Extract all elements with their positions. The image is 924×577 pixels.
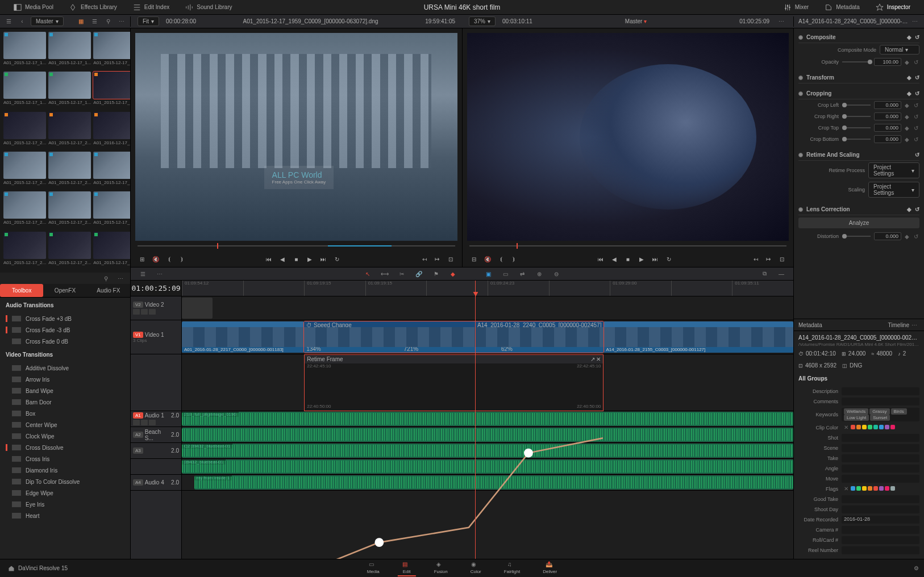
page-fairlight[interactable]: ♫Fairlight xyxy=(500,560,525,576)
clip-thumbnail[interactable] xyxy=(93,232,130,259)
composite-mode-dropdown[interactable]: Normal ▾ xyxy=(880,45,919,55)
keyword-tag[interactable]: Sunset xyxy=(870,415,890,421)
crop-right-field[interactable]: 0.000 xyxy=(874,112,901,120)
cropping-header[interactable]: Cropping◆↺ xyxy=(798,88,919,99)
lane-v2[interactable] xyxy=(182,296,793,320)
effect-item[interactable]: Clock Wipe xyxy=(0,430,130,442)
stop-icon[interactable]: ■ xyxy=(623,254,632,264)
flag-icon[interactable]: ⚑ xyxy=(431,269,441,279)
color-swatch[interactable] xyxy=(890,425,895,429)
options-icon[interactable]: ⋯ xyxy=(909,320,919,330)
clip-thumbnail[interactable] xyxy=(93,152,130,179)
reset-icon[interactable]: ↺ xyxy=(914,125,919,131)
reset-icon[interactable]: ↺ xyxy=(914,102,919,108)
source-display[interactable]: ALL PC World Free Apps One Click Away xyxy=(135,33,457,241)
ripple-delete-icon[interactable]: ⊖ xyxy=(551,269,561,279)
program-options-icon[interactable]: ⋯ xyxy=(776,16,786,27)
lock-icon[interactable] xyxy=(133,420,140,425)
reset-icon[interactable]: ↺ xyxy=(914,233,919,239)
disable-icon[interactable] xyxy=(149,309,156,315)
options-icon[interactable]: ⋯ xyxy=(115,273,126,283)
crop-bottom-slider[interactable] xyxy=(842,139,871,140)
stop-icon[interactable]: ■ xyxy=(292,254,301,264)
auto-select-icon[interactable] xyxy=(141,309,148,315)
effect-item[interactable]: Dip To Color Dissolve xyxy=(0,476,130,487)
match-frame-icon[interactable]: ⊞ xyxy=(138,254,147,264)
crop-bottom-field[interactable]: 0.000 xyxy=(874,135,901,143)
clip-thumbnail[interactable] xyxy=(93,72,130,99)
insert-icon[interactable]: ▣ xyxy=(483,269,493,279)
keyframe-icon[interactable]: ◆ xyxy=(907,34,911,40)
color-swatch[interactable] xyxy=(885,486,889,491)
page-edit[interactable]: ▤Edit xyxy=(398,560,416,576)
next-edit-icon[interactable]: ↦ xyxy=(764,254,773,264)
effect-item[interactable]: Cross Fade 0 dB xyxy=(0,336,130,347)
retime-close-icon[interactable]: ↗ ✕ xyxy=(590,356,601,362)
reset-icon[interactable]: ↺ xyxy=(915,90,919,97)
effect-item[interactable]: Diamond Iris xyxy=(0,465,130,476)
angle-field[interactable] xyxy=(842,465,919,473)
overlay-icon[interactable]: ⊡ xyxy=(777,254,786,264)
metadata-mode[interactable]: Timeline xyxy=(888,322,909,328)
color-swatch[interactable] xyxy=(879,425,884,429)
options-icon[interactable]: ⋯ xyxy=(155,269,165,279)
color-swatch[interactable] xyxy=(851,425,855,429)
clip-thumbnail[interactable] xyxy=(93,191,130,219)
reset-icon[interactable]: ↺ xyxy=(914,114,919,119)
opacity-field[interactable]: 100.00 xyxy=(874,58,901,66)
keyword-tag[interactable]: Grassy xyxy=(869,408,889,415)
comments-field[interactable] xyxy=(842,398,919,405)
prev-frame-icon[interactable]: ◀ xyxy=(610,254,619,264)
keyword-tag[interactable]: Low Light xyxy=(844,415,869,421)
crop-left-field[interactable]: 0.000 xyxy=(874,101,901,109)
effect-item[interactable]: Cross Fade -3 dB xyxy=(0,324,130,336)
effects-tab-audio-fx[interactable]: Audio FX xyxy=(87,284,130,297)
take-field[interactable] xyxy=(842,454,919,462)
keywords-field[interactable]: WetlandsGrassyBirdsLow LightSunset xyxy=(842,408,919,421)
effect-item[interactable]: Heart xyxy=(0,510,130,521)
scaling-dropdown[interactable]: Project Settings ▾ xyxy=(868,182,919,198)
marker-icon[interactable]: ◆ xyxy=(448,269,458,279)
effect-item[interactable]: Barn Door xyxy=(0,396,130,408)
clip-thumbnail[interactable] xyxy=(3,112,46,139)
roll-card-field[interactable] xyxy=(842,536,919,544)
effect-item[interactable]: Eye Iris xyxy=(0,499,130,510)
mark-in-icon[interactable]: ⦗ xyxy=(497,254,506,264)
effects-tab-openfx[interactable]: OpenFX xyxy=(43,284,86,297)
crop-right-slider[interactable] xyxy=(842,116,871,117)
bypass-icon[interactable]: ⊟ xyxy=(469,254,478,264)
project-settings-icon[interactable]: ⚙ xyxy=(908,563,924,574)
description-field[interactable] xyxy=(842,387,919,395)
effects-library-toggle[interactable]: Effects Library xyxy=(61,3,125,11)
shoot-day-field[interactable] xyxy=(842,505,919,513)
track-header-v1[interactable]: V1Video 1 3 Clips xyxy=(131,320,181,354)
crop-top-slider[interactable] xyxy=(842,127,871,128)
effect-item[interactable]: Additive Dissolve xyxy=(0,362,130,374)
overlay-icon[interactable]: ⊡ xyxy=(446,254,455,264)
prev-edit-icon[interactable]: ↤ xyxy=(420,254,429,264)
clip-thumbnail[interactable] xyxy=(93,112,130,139)
camera-field[interactable] xyxy=(842,526,919,534)
keyframe-icon[interactable]: ◆ xyxy=(905,102,910,108)
track-header-v2[interactable]: V2Video 2 xyxy=(131,296,181,320)
prev-frame-icon[interactable]: ◀ xyxy=(278,254,287,264)
clip-thumbnail[interactable] xyxy=(48,232,91,259)
last-frame-icon[interactable]: ⏭ xyxy=(319,254,328,264)
color-swatch[interactable] xyxy=(862,425,867,429)
link-icon[interactable]: 🔗 xyxy=(414,269,424,279)
bin-list-icon[interactable]: ☰ xyxy=(3,16,14,27)
keyword-tag[interactable]: Birds xyxy=(891,408,907,415)
reset-icon[interactable]: ↺ xyxy=(915,74,919,81)
retime-editor[interactable]: Retime Frame↗ ✕ 22:42:45:10 22:42:45:10 … xyxy=(304,354,603,411)
lock-icon[interactable] xyxy=(133,309,140,315)
color-swatch[interactable] xyxy=(868,425,872,429)
reset-icon[interactable]: ↺ xyxy=(915,206,919,212)
video-clip[interactable] xyxy=(182,298,213,319)
track-header-a3[interactable]: A32.0 xyxy=(131,443,181,459)
effect-item[interactable]: Arrow Iris xyxy=(0,374,130,385)
flags-picker[interactable]: ✕ xyxy=(842,485,919,493)
mark-in-icon[interactable]: ⦗ xyxy=(165,254,174,264)
source-scrubber[interactable] xyxy=(131,241,462,251)
mark-out-icon[interactable]: ⦘ xyxy=(177,254,186,264)
sound-library-toggle[interactable]: Sound Library xyxy=(177,3,240,11)
